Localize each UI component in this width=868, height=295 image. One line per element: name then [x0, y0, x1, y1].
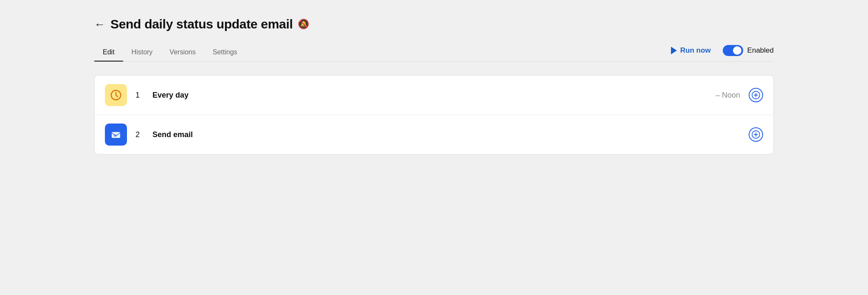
step-label-wrap-1: Every day – Noon	[152, 91, 740, 100]
tab-edit[interactable]: Edit	[94, 43, 123, 61]
run-now-button[interactable]: Run now	[671, 46, 711, 55]
tabs-left: Edit History Versions Settings	[94, 43, 671, 61]
step-number-1: 1	[135, 91, 144, 100]
back-button[interactable]: ←	[94, 19, 105, 30]
add-step-button-1[interactable]	[749, 88, 763, 102]
enabled-toggle[interactable]	[723, 45, 743, 56]
tab-history[interactable]: History	[123, 43, 161, 61]
bell-muted-icon[interactable]: 🔕	[298, 19, 309, 30]
svg-text:O: O	[114, 134, 116, 138]
tab-settings[interactable]: Settings	[204, 43, 246, 61]
page-container: ← Send daily status update email 🔕 Edit …	[94, 17, 774, 155]
email-step-icon: O	[105, 124, 127, 146]
enabled-toggle-wrapper: Enabled	[723, 45, 774, 56]
table-row[interactable]: O 2 Send email	[95, 115, 773, 154]
enabled-label: Enabled	[747, 46, 774, 55]
plus-icon-2	[752, 130, 760, 139]
tab-versions[interactable]: Versions	[161, 43, 204, 61]
steps-container: 1 Every day – Noon O	[94, 75, 774, 155]
step-label-1: Every day	[152, 91, 713, 100]
table-row[interactable]: 1 Every day – Noon	[95, 76, 773, 115]
run-now-label: Run now	[680, 46, 711, 55]
plus-icon-1	[752, 91, 760, 99]
clock-step-icon	[105, 84, 127, 106]
step-label-wrap-2: Send email	[152, 130, 740, 139]
page-title: Send daily status update email	[110, 17, 293, 31]
step-number-2: 2	[135, 130, 144, 139]
outlook-svg-icon: O	[110, 128, 122, 141]
add-step-button-2[interactable]	[749, 127, 763, 142]
clock-svg-icon	[110, 89, 122, 101]
tabs-right: Run now Enabled	[671, 45, 774, 59]
step-label-2: Send email	[152, 130, 740, 139]
tabs-row: Edit History Versions Settings Run now E…	[94, 43, 774, 62]
play-icon	[671, 47, 677, 54]
step-sublabel-1: – Noon	[716, 91, 740, 100]
header-row: ← Send daily status update email 🔕	[94, 17, 774, 31]
